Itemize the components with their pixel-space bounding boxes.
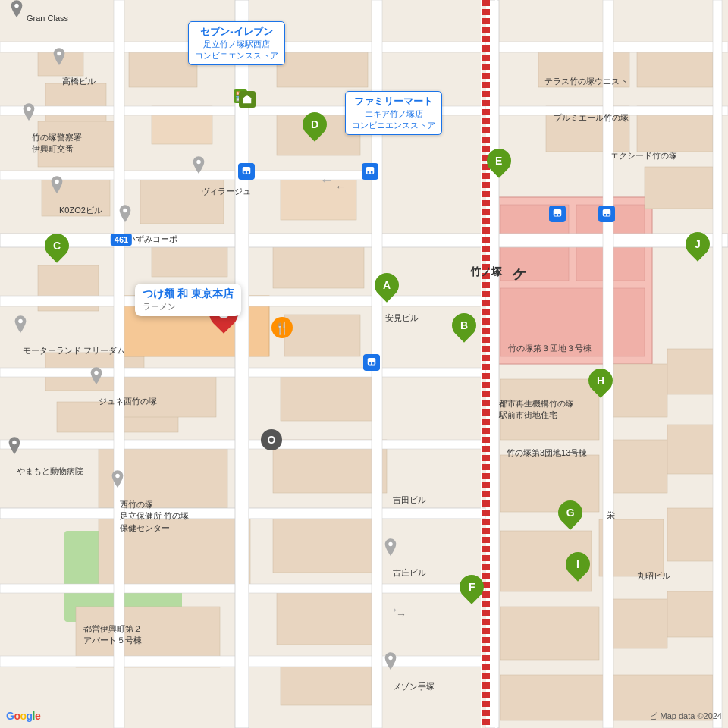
svg-point-88 (388, 656, 393, 661)
svg-rect-92 (244, 171, 246, 174)
marker-f: F (460, 575, 484, 599)
marker-b: B (452, 313, 476, 337)
svg-rect-11 (140, 178, 224, 224)
svg-rect-48 (667, 592, 717, 637)
svg-rect-21 (273, 243, 364, 288)
pin-mezon (382, 652, 399, 676)
marker-c: C (45, 234, 69, 258)
label-seven-eleven: セブン-イレブン 足立竹ノ塚駅西店コンビニエンスストア (188, 21, 285, 65)
svg-point-78 (57, 52, 61, 56)
svg-rect-40 (500, 455, 599, 512)
marker-h: H (588, 369, 613, 393)
svg-rect-64 (603, 0, 613, 728)
svg-rect-25 (273, 512, 379, 573)
transit-icon-1 (238, 163, 255, 180)
svg-rect-4 (38, 121, 121, 167)
svg-rect-104 (369, 362, 372, 365)
pin-motor (12, 315, 29, 340)
svg-rect-50 (0, 42, 728, 52)
svg-rect-41 (607, 440, 667, 493)
transit-icon-3 (549, 206, 566, 222)
marker-i: I (566, 552, 590, 576)
svg-rect-100 (603, 209, 611, 217)
svg-point-80 (55, 180, 59, 184)
svg-rect-14 (118, 375, 216, 417)
svg-point-82 (123, 209, 127, 213)
svg-rect-31 (500, 288, 645, 356)
svg-text:←: ← (335, 180, 346, 193)
svg-rect-98 (555, 214, 557, 216)
svg-rect-99 (558, 214, 560, 216)
pin-village (190, 156, 207, 180)
svg-point-79 (27, 107, 31, 111)
svg-point-81 (196, 160, 201, 165)
restaurant-icon: 🍴 (271, 317, 293, 338)
svg-text:→: → (320, 174, 334, 189)
svg-point-77 (14, 4, 19, 8)
svg-rect-105 (372, 362, 375, 365)
callout-tsukemen[interactable]: つけ麺 和 東京本店 ラーメン (135, 284, 241, 316)
svg-point-84 (94, 371, 99, 375)
svg-rect-47 (607, 599, 667, 648)
svg-rect-38 (607, 364, 667, 417)
label-family-mart: ファミリーマート エキア竹ノ塚店コンビニエンスストア (345, 91, 442, 135)
marker-j: J (686, 232, 710, 256)
marker-a: A (375, 273, 399, 297)
station-kanji: ヶ (510, 262, 527, 284)
marker-e: E (487, 149, 511, 173)
svg-rect-26 (277, 588, 375, 645)
svg-point-83 (18, 319, 23, 324)
pin-yamamoto (6, 437, 23, 461)
svg-marker-90 (243, 95, 252, 99)
transit-icon-4 (598, 206, 615, 222)
svg-rect-96 (371, 171, 373, 174)
svg-rect-37 (500, 379, 599, 440)
svg-rect-46 (500, 607, 599, 660)
svg-rect-95 (368, 171, 370, 174)
marker-g: G (558, 500, 582, 525)
svg-rect-103 (368, 358, 376, 366)
marker-d: D (303, 112, 327, 136)
svg-point-87 (388, 542, 393, 547)
pin-furuye (382, 538, 399, 563)
transit-icon-2 (362, 163, 378, 180)
svg-rect-23 (281, 375, 379, 421)
map-data-text: ピ Map data ©2024 (649, 711, 722, 722)
map-container: → → 🏪 ← → Gran Class 高橋ビル (0, 0, 728, 728)
svg-rect-45 (667, 508, 717, 561)
svg-point-85 (12, 441, 17, 445)
svg-rect-101 (604, 214, 607, 216)
svg-rect-39 (667, 349, 717, 394)
pin-takahashi (51, 48, 67, 72)
pin-k0zo2 (49, 176, 65, 200)
svg-rect-61 (235, 0, 249, 728)
svg-rect-93 (247, 171, 249, 174)
svg-rect-22 (284, 315, 360, 356)
svg-rect-60 (114, 0, 124, 728)
svg-rect-65 (713, 0, 722, 728)
svg-rect-102 (607, 214, 610, 216)
svg-point-86 (115, 474, 120, 479)
svg-rect-94 (366, 167, 375, 174)
svg-text:→: → (396, 608, 406, 620)
svg-rect-89 (243, 98, 252, 103)
pin-gran-class (8, 0, 25, 24)
road-number-461: 461 (111, 234, 132, 246)
google-logo: Google (6, 710, 40, 722)
marker-o: O (261, 429, 282, 450)
pin-june (88, 367, 105, 391)
svg-rect-91 (243, 167, 251, 174)
pin-izumi (117, 205, 133, 229)
transit-icon-5 (363, 354, 380, 371)
svg-rect-42 (667, 425, 717, 474)
svg-rect-53 (0, 234, 728, 247)
convenience-store-icon (239, 91, 256, 108)
svg-rect-97 (554, 209, 562, 217)
callout-title: つけ麺 和 東京本店 (143, 287, 234, 301)
svg-rect-3 (46, 83, 106, 121)
callout-subtitle: ラーメン (143, 301, 234, 312)
pin-police (20, 103, 37, 127)
pin-nishi (109, 470, 126, 494)
svg-rect-36 (645, 167, 713, 209)
